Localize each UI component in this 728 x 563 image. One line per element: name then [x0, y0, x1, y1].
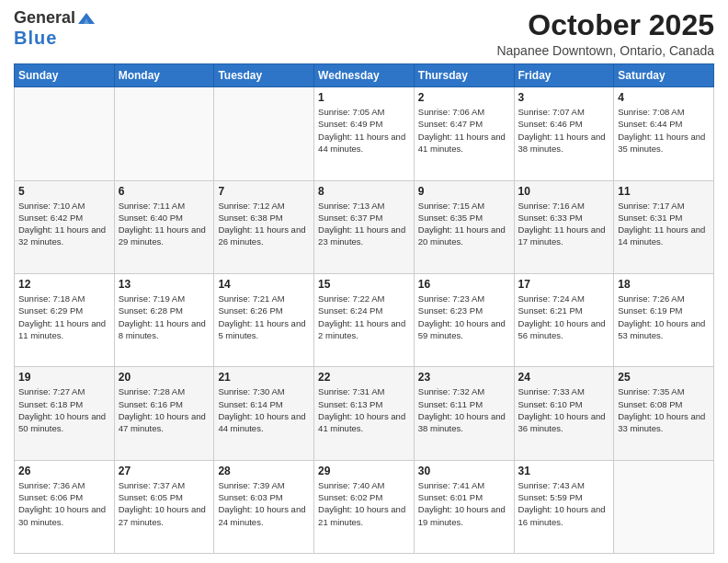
day-info: Sunrise: 7:19 AM Sunset: 6:28 PM Dayligh… [119, 293, 210, 341]
cell-week1-day0 [15, 87, 115, 180]
day-number: 24 [518, 371, 610, 384]
cell-week3-day0: 12Sunrise: 7:18 AM Sunset: 6:29 PM Dayli… [15, 273, 115, 366]
cell-week5-day3: 29Sunrise: 7:40 AM Sunset: 6:02 PM Dayli… [314, 460, 415, 553]
cell-week2-day0: 5Sunrise: 7:10 AM Sunset: 6:42 PM Daylig… [15, 180, 115, 273]
cell-week3-day1: 13Sunrise: 7:19 AM Sunset: 6:28 PM Dayli… [114, 273, 214, 366]
day-info: Sunrise: 7:40 AM Sunset: 6:02 PM Dayligh… [318, 479, 410, 528]
header: General Blue October 2025 Napanee Downto… [14, 9, 714, 58]
day-number: 9 [418, 185, 510, 198]
cell-week1-day1 [114, 87, 214, 180]
cell-week5-day6 [614, 460, 714, 553]
main-title: October 2025 [496, 9, 714, 41]
cell-week4-day0: 19Sunrise: 7:27 AM Sunset: 6:18 PM Dayli… [15, 367, 115, 460]
day-number: 16 [418, 278, 510, 291]
day-number: 30 [418, 465, 510, 477]
cell-week4-day1: 20Sunrise: 7:28 AM Sunset: 6:16 PM Dayli… [114, 367, 214, 460]
calendar: Sunday Monday Tuesday Wednesday Thursday… [14, 63, 714, 554]
week-row-5: 26Sunrise: 7:36 AM Sunset: 6:06 PM Dayli… [15, 460, 714, 553]
day-number: 22 [318, 371, 410, 384]
day-number: 20 [119, 371, 210, 384]
day-info: Sunrise: 7:11 AM Sunset: 6:40 PM Dayligh… [119, 200, 210, 248]
cell-week5-day5: 31Sunrise: 7:43 AM Sunset: 5:59 PM Dayli… [514, 460, 614, 553]
day-number: 26 [18, 465, 110, 477]
cell-week5-day0: 26Sunrise: 7:36 AM Sunset: 6:06 PM Dayli… [15, 460, 115, 553]
day-number: 3 [518, 91, 610, 104]
day-number: 21 [218, 371, 310, 384]
day-number: 27 [119, 465, 210, 477]
col-friday: Friday [514, 64, 614, 87]
day-number: 13 [119, 278, 210, 291]
day-info: Sunrise: 7:36 AM Sunset: 6:06 PM Dayligh… [18, 479, 110, 528]
day-info: Sunrise: 7:43 AM Sunset: 5:59 PM Dayligh… [518, 479, 610, 528]
col-monday: Monday [114, 64, 214, 87]
col-saturday: Saturday [614, 64, 714, 87]
cell-week2-day5: 10Sunrise: 7:16 AM Sunset: 6:33 PM Dayli… [514, 180, 614, 273]
subtitle: Napanee Downtown, Ontario, Canada [496, 43, 714, 58]
cell-week1-day4: 2Sunrise: 7:06 AM Sunset: 6:47 PM Daylig… [414, 87, 514, 180]
calendar-header: Sunday Monday Tuesday Wednesday Thursday… [15, 64, 714, 87]
day-headers-row: Sunday Monday Tuesday Wednesday Thursday… [15, 64, 714, 87]
day-info: Sunrise: 7:16 AM Sunset: 6:33 PM Dayligh… [518, 200, 610, 248]
day-number: 7 [218, 185, 310, 198]
cell-week4-day5: 24Sunrise: 7:33 AM Sunset: 6:10 PM Dayli… [514, 367, 614, 460]
day-info: Sunrise: 7:27 AM Sunset: 6:18 PM Dayligh… [18, 385, 110, 434]
day-info: Sunrise: 7:37 AM Sunset: 6:05 PM Dayligh… [119, 479, 210, 528]
day-info: Sunrise: 7:15 AM Sunset: 6:35 PM Dayligh… [418, 200, 510, 248]
day-info: Sunrise: 7:13 AM Sunset: 6:37 PM Dayligh… [318, 200, 410, 248]
cell-week3-day2: 14Sunrise: 7:21 AM Sunset: 6:26 PM Dayli… [214, 273, 314, 366]
cell-week1-day6: 4Sunrise: 7:08 AM Sunset: 6:44 PM Daylig… [614, 87, 714, 180]
day-number: 28 [218, 465, 310, 477]
day-info: Sunrise: 7:12 AM Sunset: 6:38 PM Dayligh… [218, 200, 310, 248]
day-info: Sunrise: 7:41 AM Sunset: 6:01 PM Dayligh… [418, 479, 510, 528]
day-info: Sunrise: 7:26 AM Sunset: 6:19 PM Dayligh… [618, 293, 710, 341]
week-row-2: 5Sunrise: 7:10 AM Sunset: 6:42 PM Daylig… [15, 180, 714, 273]
cell-week2-day2: 7Sunrise: 7:12 AM Sunset: 6:38 PM Daylig… [214, 180, 314, 273]
day-number: 11 [618, 185, 710, 198]
day-number: 10 [518, 185, 610, 198]
day-number: 25 [618, 371, 710, 384]
day-info: Sunrise: 7:21 AM Sunset: 6:26 PM Dayligh… [218, 293, 310, 341]
cell-week2-day3: 8Sunrise: 7:13 AM Sunset: 6:37 PM Daylig… [314, 180, 415, 273]
cell-week2-day6: 11Sunrise: 7:17 AM Sunset: 6:31 PM Dayli… [614, 180, 714, 273]
cell-week2-day1: 6Sunrise: 7:11 AM Sunset: 6:40 PM Daylig… [114, 180, 214, 273]
logo-general: General [14, 8, 75, 27]
day-number: 4 [618, 91, 710, 104]
logo-general-text: General [14, 9, 97, 28]
cell-week1-day2 [214, 87, 314, 180]
cell-week1-day5: 3Sunrise: 7:07 AM Sunset: 6:46 PM Daylig… [514, 87, 614, 180]
day-info: Sunrise: 7:39 AM Sunset: 6:03 PM Dayligh… [218, 479, 310, 528]
title-section: October 2025 Napanee Downtown, Ontario, … [496, 9, 714, 58]
cell-week2-day4: 9Sunrise: 7:15 AM Sunset: 6:35 PM Daylig… [414, 180, 514, 273]
day-info: Sunrise: 7:24 AM Sunset: 6:21 PM Dayligh… [518, 293, 610, 341]
day-info: Sunrise: 7:30 AM Sunset: 6:14 PM Dayligh… [218, 385, 310, 434]
day-number: 29 [318, 465, 410, 477]
day-info: Sunrise: 7:31 AM Sunset: 6:13 PM Dayligh… [318, 385, 410, 434]
col-thursday: Thursday [414, 64, 514, 87]
day-number: 14 [218, 278, 310, 291]
col-wednesday: Wednesday [314, 64, 415, 87]
day-info: Sunrise: 7:35 AM Sunset: 6:08 PM Dayligh… [618, 385, 710, 434]
day-number: 15 [318, 278, 410, 291]
day-info: Sunrise: 7:06 AM Sunset: 6:47 PM Dayligh… [418, 106, 510, 155]
day-number: 2 [418, 91, 510, 104]
cell-week3-day4: 16Sunrise: 7:23 AM Sunset: 6:23 PM Dayli… [414, 273, 514, 366]
col-tuesday: Tuesday [214, 64, 314, 87]
week-row-3: 12Sunrise: 7:18 AM Sunset: 6:29 PM Dayli… [15, 273, 714, 366]
cell-week5-day4: 30Sunrise: 7:41 AM Sunset: 6:01 PM Dayli… [414, 460, 514, 553]
day-info: Sunrise: 7:10 AM Sunset: 6:42 PM Dayligh… [18, 200, 110, 248]
day-info: Sunrise: 7:32 AM Sunset: 6:11 PM Dayligh… [418, 385, 510, 434]
day-number: 19 [18, 371, 110, 384]
day-info: Sunrise: 7:28 AM Sunset: 6:16 PM Dayligh… [119, 385, 210, 434]
cell-week1-day3: 1Sunrise: 7:05 AM Sunset: 6:49 PM Daylig… [314, 87, 415, 180]
day-info: Sunrise: 7:18 AM Sunset: 6:29 PM Dayligh… [18, 293, 110, 341]
day-info: Sunrise: 7:08 AM Sunset: 6:44 PM Dayligh… [618, 106, 710, 155]
logo-icon [76, 11, 97, 26]
day-number: 23 [418, 371, 510, 384]
page: General Blue October 2025 Napanee Downto… [0, 0, 728, 563]
day-number: 5 [18, 185, 110, 198]
calendar-body: 1Sunrise: 7:05 AM Sunset: 6:49 PM Daylig… [15, 87, 714, 554]
col-sunday: Sunday [15, 64, 115, 87]
logo-blue-text: Blue [14, 28, 57, 48]
day-number: 31 [518, 465, 610, 477]
day-number: 12 [18, 278, 110, 291]
